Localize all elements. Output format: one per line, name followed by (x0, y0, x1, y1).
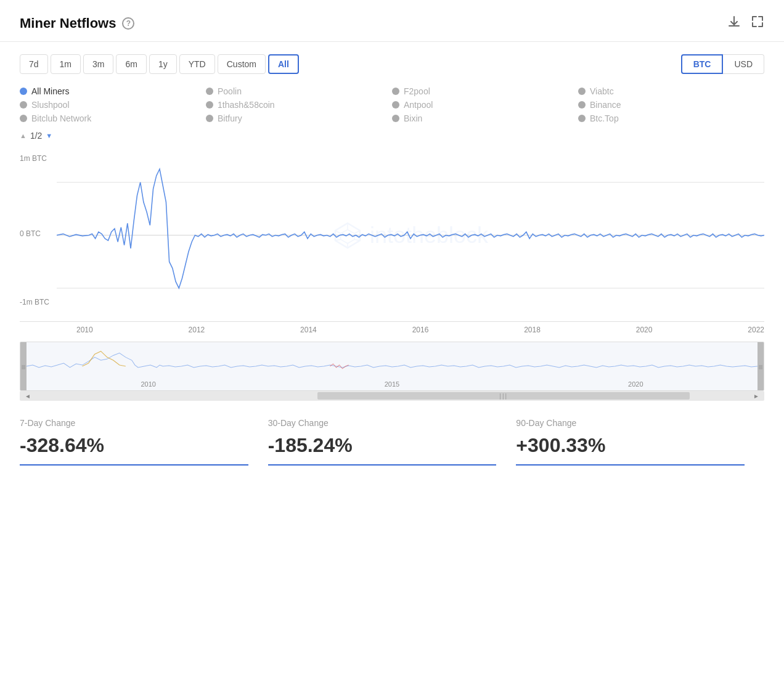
scrollbar-thumb[interactable]: ||| (317, 392, 690, 400)
chart-svg-wrapper: intotheblock (57, 149, 764, 321)
svg-line-6 (335, 239, 341, 240)
time-btn-3m[interactable]: 3m (83, 54, 113, 74)
currency-filter-group: BTC USD (681, 54, 764, 74)
y-label-top: 1m BTC (20, 154, 47, 163)
toolbar: 7d 1m 3m 6m 1y YTD Custom All BTC USD (0, 42, 784, 86)
legend-dot-poolin (206, 88, 213, 95)
legend-dot-antpool (392, 101, 399, 109)
stat-30day: 30-Day Change -185.24% (268, 418, 497, 466)
legend-item-poolin[interactable]: Poolin (206, 86, 392, 96)
stat-90day-label: 90-Day Change (516, 418, 745, 428)
chart-area: 1m BTC 0 BTC -1m BTC intotheblock (0, 149, 784, 337)
stat-7day: 7-Day Change -328.64% (20, 418, 248, 466)
expand-icon[interactable] (751, 15, 764, 31)
stat-30day-label: 30-Day Change (268, 418, 497, 428)
x-label-2020: 2020 (636, 326, 653, 334)
time-btn-1y[interactable]: 1y (149, 54, 177, 74)
legend-dot-1thash (206, 101, 213, 109)
legend-dot-bixin (392, 115, 399, 122)
legend-item-viabtc[interactable]: Viabtc (578, 86, 764, 96)
nav-x-label-2020: 2020 (628, 380, 643, 388)
scrollbar[interactable]: ◄ ||| ► (20, 391, 764, 401)
legend-grid: All Miners Poolin F2pool Viabtc Slushpoo… (20, 86, 764, 123)
page-header: Miner Netflows ? (0, 0, 784, 42)
legend-item-bitclub[interactable]: Bitclub Network (20, 113, 206, 123)
y-label-bottom: -1m BTC (20, 298, 49, 306)
stat-7day-label: 7-Day Change (20, 418, 248, 428)
time-btn-all[interactable]: All (268, 54, 299, 74)
navigator-handle-left[interactable]: ||| (20, 342, 27, 390)
nav-x-label-2010: 2010 (141, 380, 155, 388)
time-btn-custom[interactable]: Custom (218, 54, 266, 74)
navigator-container[interactable]: ||| ||| 2010 2015 2020 (20, 342, 764, 391)
legend-item-f2pool[interactable]: F2pool (392, 86, 578, 96)
header-left: Miner Netflows ? (20, 15, 134, 31)
legend-dot-bitclub (20, 115, 27, 122)
scrollbar-right-arrow[interactable]: ► (753, 393, 759, 400)
y-label-mid: 0 BTC (20, 229, 41, 238)
page-title: Miner Netflows (20, 15, 116, 31)
x-label-2014: 2014 (300, 326, 317, 334)
legend-dot-viabtc (578, 88, 586, 95)
stat-7day-value: -328.64% (20, 434, 248, 457)
time-filter-group: 7d 1m 3m 6m 1y YTD Custom All (20, 54, 299, 74)
currency-btn-btc[interactable]: BTC (681, 54, 724, 74)
legend-item-bixin[interactable]: Bixin (392, 113, 578, 123)
legend-item-1thash[interactable]: 1thash&58coin (206, 100, 392, 110)
navigator-handle-right[interactable]: ||| (757, 342, 764, 390)
stat-90day-value: +300.33% (516, 434, 745, 457)
watermark-text: intotheblock (370, 223, 488, 248)
legend-dot-slushpool (20, 101, 27, 109)
time-btn-ytd[interactable]: YTD (179, 54, 215, 74)
help-icon[interactable]: ? (122, 17, 134, 30)
legend-dot-f2pool (392, 88, 399, 95)
legend-section: All Miners Poolin F2pool Viabtc Slushpoo… (0, 86, 784, 149)
time-btn-7d[interactable]: 7d (20, 54, 48, 74)
x-label-2010: 2010 (76, 326, 93, 334)
x-label-2022: 2022 (748, 326, 764, 334)
stat-30day-value: -185.24% (268, 434, 497, 457)
stat-90day: 90-Day Change +300.33% (516, 418, 745, 466)
svg-line-7 (335, 231, 341, 234)
x-label-2012: 2012 (189, 326, 205, 334)
chart-container: 1m BTC 0 BTC -1m BTC intotheblock (20, 149, 764, 322)
pagination-down-arrow[interactable]: ▼ (46, 132, 52, 139)
legend-pagination: ▲ 1/2 ▼ (20, 128, 764, 143)
legend-item-bitfury[interactable]: Bitfury (206, 113, 392, 123)
legend-dot-all-miners (20, 88, 27, 95)
legend-dot-binance (578, 101, 586, 109)
time-btn-1m[interactable]: 1m (51, 54, 81, 74)
legend-item-btctop[interactable]: Btc.Top (578, 113, 764, 123)
stats-section: 7-Day Change -328.64% 30-Day Change -185… (0, 401, 784, 478)
pagination-label: 1/2 (30, 131, 42, 141)
legend-dot-btctop (578, 115, 586, 122)
watermark: intotheblock (333, 221, 488, 250)
x-label-2018: 2018 (524, 326, 541, 334)
svg-line-3 (354, 231, 360, 234)
svg-marker-1 (341, 229, 354, 243)
scrollbar-left-arrow[interactable]: ◄ (25, 393, 31, 400)
legend-item-antpool[interactable]: Antpool (392, 100, 578, 110)
svg-line-4 (354, 239, 360, 240)
time-btn-6m[interactable]: 6m (116, 54, 146, 74)
header-icons (727, 15, 764, 31)
legend-item-slushpool[interactable]: Slushpool (20, 100, 206, 110)
navigator-x-axis: 2010 2015 2020 (27, 380, 757, 388)
scrollbar-grip: ||| (499, 393, 508, 400)
currency-btn-usd[interactable]: USD (723, 54, 764, 74)
legend-item-all-miners[interactable]: All Miners (20, 86, 206, 96)
x-axis: 2010 2012 2014 2016 2018 2020 2022 (76, 322, 764, 337)
x-label-2016: 2016 (412, 326, 429, 334)
download-icon[interactable] (727, 15, 741, 31)
legend-item-binance[interactable]: Binance (578, 100, 764, 110)
nav-x-label-2015: 2015 (385, 380, 399, 388)
legend-dot-bitfury (206, 115, 213, 122)
pagination-up-arrow[interactable]: ▲ (20, 132, 27, 139)
